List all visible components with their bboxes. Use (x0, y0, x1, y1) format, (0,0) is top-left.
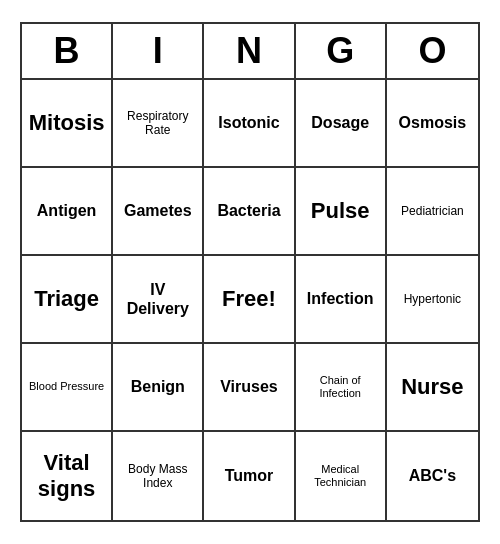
cell-text-20: Vital signs (26, 450, 107, 503)
bingo-cell-1: Respiratory Rate (113, 80, 204, 168)
bingo-cell-8: Pulse (296, 168, 387, 256)
bingo-cell-12: Free! (204, 256, 295, 344)
bingo-cell-18: Chain of Infection (296, 344, 387, 432)
bingo-cell-10: Triage (22, 256, 113, 344)
bingo-cell-23: Medical Technician (296, 432, 387, 520)
cell-text-12: Free! (222, 286, 276, 312)
cell-text-19: Nurse (401, 374, 463, 400)
cell-text-5: Antigen (37, 201, 97, 220)
cell-text-16: Benign (131, 377, 185, 396)
bingo-cell-4: Osmosis (387, 80, 478, 168)
bingo-cell-3: Dosage (296, 80, 387, 168)
bingo-cell-20: Vital signs (22, 432, 113, 520)
bingo-cell-13: Infection (296, 256, 387, 344)
cell-text-3: Dosage (311, 113, 369, 132)
bingo-card: BINGO MitosisRespiratory RateIsotonicDos… (20, 22, 480, 522)
cell-text-10: Triage (34, 286, 99, 312)
cell-text-14: Hypertonic (404, 292, 461, 306)
bingo-grid: MitosisRespiratory RateIsotonicDosageOsm… (22, 80, 478, 520)
bingo-cell-16: Benign (113, 344, 204, 432)
cell-text-22: Tumor (225, 466, 274, 485)
bingo-cell-11: IV Delivery (113, 256, 204, 344)
cell-text-24: ABC's (409, 466, 456, 485)
cell-text-9: Pediatrician (401, 204, 464, 218)
bingo-cell-5: Antigen (22, 168, 113, 256)
header-letter-o: O (387, 24, 478, 78)
bingo-cell-9: Pediatrician (387, 168, 478, 256)
cell-text-2: Isotonic (218, 113, 279, 132)
bingo-cell-7: Bacteria (204, 168, 295, 256)
cell-text-4: Osmosis (399, 113, 467, 132)
cell-text-7: Bacteria (217, 201, 280, 220)
bingo-cell-2: Isotonic (204, 80, 295, 168)
header-letter-b: B (22, 24, 113, 78)
bingo-cell-0: Mitosis (22, 80, 113, 168)
cell-text-17: Viruses (220, 377, 278, 396)
cell-text-21: Body Mass Index (117, 462, 198, 491)
bingo-cell-19: Nurse (387, 344, 478, 432)
cell-text-6: Gametes (124, 201, 192, 220)
cell-text-23: Medical Technician (300, 463, 381, 489)
bingo-cell-15: Blood Pressure (22, 344, 113, 432)
cell-text-15: Blood Pressure (29, 380, 104, 393)
cell-text-13: Infection (307, 289, 374, 308)
header-letter-n: N (204, 24, 295, 78)
bingo-cell-14: Hypertonic (387, 256, 478, 344)
bingo-cell-24: ABC's (387, 432, 478, 520)
cell-text-0: Mitosis (29, 110, 105, 136)
bingo-header: BINGO (22, 24, 478, 80)
cell-text-8: Pulse (311, 198, 370, 224)
bingo-cell-21: Body Mass Index (113, 432, 204, 520)
bingo-cell-17: Viruses (204, 344, 295, 432)
header-letter-g: G (296, 24, 387, 78)
header-letter-i: I (113, 24, 204, 78)
cell-text-18: Chain of Infection (300, 374, 381, 400)
bingo-cell-6: Gametes (113, 168, 204, 256)
bingo-cell-22: Tumor (204, 432, 295, 520)
cell-text-1: Respiratory Rate (117, 109, 198, 138)
cell-text-11: IV Delivery (117, 280, 198, 318)
